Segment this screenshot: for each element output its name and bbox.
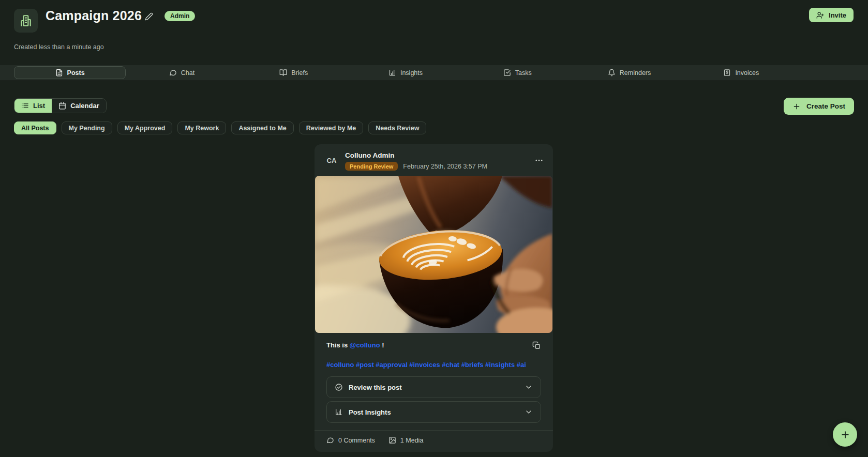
page-title: Campaign 2026 <box>46 8 142 23</box>
insights-section-label: Post Insights <box>349 408 391 416</box>
book-open-icon <box>279 69 287 77</box>
invoice-icon <box>723 69 731 77</box>
building-icon <box>19 14 33 27</box>
tab-insights[interactable]: Insights <box>350 66 461 79</box>
plus-icon <box>840 430 850 440</box>
filter-all-posts[interactable]: All Posts <box>14 121 56 134</box>
invite-label: Invite <box>829 11 846 19</box>
tab-label: Reminders <box>620 69 651 77</box>
caption-prefix: This is <box>326 341 350 349</box>
media-count-button[interactable]: 1 Media <box>388 436 423 444</box>
edit-title-button[interactable] <box>145 12 154 22</box>
post-header: CA Colluno Admin Pending Review February… <box>315 144 553 171</box>
tab-label: Invoices <box>735 69 759 77</box>
view-toggle-list[interactable]: List <box>14 99 52 113</box>
author-block: Colluno Admin Pending Review February 25… <box>345 151 487 171</box>
view-list-label: List <box>33 102 45 110</box>
bar-chart-icon <box>335 408 343 416</box>
post-body-row: This is @colluno ! <box>326 341 541 350</box>
message-icon <box>169 69 177 77</box>
tab-label: Briefs <box>291 69 308 77</box>
tab-posts[interactable]: Posts <box>14 66 126 79</box>
filter-bar: All Posts My Pending My Approved My Rewo… <box>14 121 426 134</box>
create-post-label: Create Post <box>806 102 845 110</box>
filter-assigned-to-me[interactable]: Assigned to Me <box>231 121 293 134</box>
review-section-label: Review this post <box>349 384 402 391</box>
calendar-icon <box>58 102 66 110</box>
tab-chat[interactable]: Chat <box>126 66 237 79</box>
media-count: 1 Media <box>400 437 423 444</box>
chevron-down-icon <box>525 408 533 416</box>
filter-needs-review[interactable]: Needs Review <box>368 121 426 134</box>
post-footer: 0 Comments 1 Media <box>315 430 553 452</box>
post-caption: This is @colluno ! <box>326 341 384 349</box>
pencil-icon <box>145 12 153 21</box>
tab-reminders[interactable]: Reminders <box>573 66 685 79</box>
comments-button[interactable]: 0 Comments <box>326 436 375 444</box>
invite-button[interactable]: Invite <box>809 8 854 22</box>
comments-count: 0 Comments <box>338 437 375 444</box>
create-post-button[interactable]: Create Post <box>784 98 854 115</box>
latte-art-illustration <box>315 176 552 333</box>
tab-label: Tasks <box>515 69 532 77</box>
caption-suffix: ! <box>380 341 384 349</box>
image-icon <box>388 436 396 444</box>
check-circle-icon <box>335 383 343 391</box>
view-calendar-label: Calendar <box>70 102 99 110</box>
tab-label: Chat <box>181 69 194 77</box>
tab-briefs[interactable]: Briefs <box>238 66 350 79</box>
post-hashtags[interactable]: #colluno #post #approval #invoices #chat… <box>326 361 541 369</box>
author-name: Colluno Admin <box>345 151 487 159</box>
post-media-image[interactable] <box>315 176 552 333</box>
copy-icon <box>532 341 541 350</box>
role-badge: Admin <box>164 11 195 21</box>
view-toggle: List Calendar <box>14 98 107 113</box>
post-timestamp: February 25th, 2026 3:57 PM <box>403 163 487 170</box>
post-meta: Pending Review February 25th, 2026 3:57 … <box>345 162 487 171</box>
filter-reviewed-by-me[interactable]: Reviewed by Me <box>299 121 364 134</box>
check-square-icon <box>503 69 511 77</box>
bell-icon <box>608 69 616 77</box>
bar-chart-icon <box>388 69 396 77</box>
user-plus-icon <box>816 11 824 19</box>
copy-caption-button[interactable] <box>532 341 541 350</box>
tab-list: Posts Chat Briefs Insights <box>0 65 868 80</box>
list-icon <box>21 102 29 110</box>
filter-my-pending[interactable]: My Pending <box>62 121 112 134</box>
filter-my-rework[interactable]: My Rework <box>177 121 226 134</box>
plus-icon <box>792 102 801 111</box>
tab-strip: Posts Chat Briefs Insights <box>0 65 868 81</box>
review-post-section[interactable]: Review this post <box>326 376 541 398</box>
view-toggle-calendar[interactable]: Calendar <box>52 99 106 113</box>
post-menu-button[interactable] <box>534 151 544 167</box>
tab-invoices[interactable]: Invoices <box>685 66 797 79</box>
mention-link[interactable]: @colluno <box>350 341 380 349</box>
comment-icon <box>326 436 334 444</box>
tab-tasks[interactable]: Tasks <box>461 66 573 79</box>
tab-label: Posts <box>67 69 85 77</box>
ellipsis-icon <box>534 156 544 165</box>
post-card: CA Colluno Admin Pending Review February… <box>315 144 553 452</box>
quick-create-fab[interactable] <box>833 422 857 447</box>
tab-label: Insights <box>400 69 423 77</box>
file-text-icon <box>55 69 63 77</box>
post-insights-section[interactable]: Post Insights <box>326 401 541 423</box>
chevron-down-icon <box>525 383 533 391</box>
campaign-workspace: Campaign 2026 Admin Invite Created less … <box>0 0 868 457</box>
avatar: CA <box>322 151 341 164</box>
workspace-logo <box>14 9 38 33</box>
filter-my-approved[interactable]: My Approved <box>117 121 173 134</box>
status-badge: Pending Review <box>345 162 398 171</box>
created-timestamp: Created less than a minute ago <box>14 43 104 51</box>
